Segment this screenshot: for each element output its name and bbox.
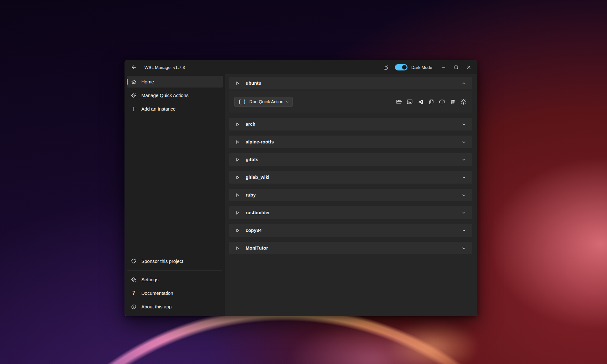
titlebar-right: Dark Mode — [383, 63, 475, 72]
start-instance-button[interactable] — [234, 138, 241, 146]
gear-icon — [131, 92, 137, 99]
sidebar-item-label: About this app — [141, 304, 172, 309]
terminal-icon[interactable] — [406, 98, 413, 105]
chevron-down-icon — [462, 211, 466, 215]
chevron-down-icon — [462, 122, 466, 126]
instance-name: MoniTutor — [246, 246, 268, 251]
sidebar-item-home[interactable]: Home — [127, 76, 223, 88]
instance-expanded-panel: { } Run Quick Action — [229, 91, 472, 113]
collapse-button[interactable] — [460, 80, 467, 87]
start-instance-button[interactable] — [234, 191, 241, 199]
heart-icon — [131, 258, 137, 264]
chevron-down-icon — [285, 100, 289, 104]
dark-mode-label: Dark Mode — [411, 65, 432, 70]
start-instance-button[interactable] — [234, 79, 241, 87]
instance-row-rustbuilder[interactable]: rustbuilder — [229, 206, 472, 219]
start-instance-button[interactable] — [234, 173, 241, 181]
sidebar-item-label: Home — [141, 79, 154, 84]
close-button[interactable] — [463, 63, 475, 72]
start-instance-button[interactable] — [234, 244, 241, 252]
sidebar-item-documentation[interactable]: ? Documentation — [127, 287, 223, 299]
sidebar-item-settings[interactable]: Settings — [127, 274, 223, 285]
instance-row-ruby[interactable]: ruby — [229, 189, 472, 201]
play-icon — [235, 228, 240, 233]
play-icon — [235, 175, 240, 180]
minimize-icon — [442, 65, 445, 69]
instance-name: gitbfs — [246, 157, 258, 162]
run-quick-action-label: Run Quick Action — [249, 99, 283, 104]
instance-actions — [395, 98, 467, 105]
dark-mode-toggle[interactable] — [395, 64, 408, 70]
sidebar-item-label: Add an Instance — [141, 106, 175, 112]
start-instance-button[interactable] — [234, 156, 241, 163]
braces-icon: { } — [238, 99, 247, 105]
sidebar-item-label: Manage Quick Actions — [141, 93, 188, 98]
maximize-button[interactable] — [450, 63, 463, 72]
play-icon — [235, 122, 240, 127]
start-instance-button[interactable] — [234, 209, 241, 216]
chevron-down-icon — [462, 158, 466, 162]
selected-indicator — [127, 79, 128, 85]
window-title: WSL Manager v1.7.3 — [144, 65, 185, 70]
vscode-icon[interactable] — [417, 98, 424, 105]
instance-row-copy34[interactable]: copy34 — [229, 224, 472, 237]
chevron-down-icon — [462, 246, 466, 250]
sidebar-item-label: Settings — [141, 277, 158, 282]
start-instance-button[interactable] — [234, 227, 241, 234]
play-icon — [235, 157, 240, 162]
sidebar-item-add-instance[interactable]: Add an Instance — [127, 103, 223, 115]
sidebar-spacer — [126, 116, 224, 254]
play-icon — [235, 246, 240, 251]
instance-name: copy34 — [246, 228, 262, 233]
maximize-icon — [454, 65, 458, 69]
instance-row-arch[interactable]: arch — [229, 118, 472, 130]
chevron-down-icon — [462, 228, 466, 233]
sidebar-item-sponsor[interactable]: Sponsor this project — [127, 255, 223, 267]
info-icon — [131, 304, 137, 310]
play-icon — [235, 193, 240, 197]
expand-button[interactable] — [460, 191, 467, 198]
sidebar: Home Manage Quick Actions Add an Instanc… — [125, 74, 225, 316]
expand-button[interactable] — [460, 245, 467, 252]
chevron-down-icon — [462, 193, 466, 197]
titlebar: WSL Manager v1.7.3 Dark Mode — [125, 60, 477, 74]
start-instance-button[interactable] — [234, 120, 241, 128]
plus-icon — [131, 106, 137, 112]
open-folder-icon[interactable] — [395, 98, 402, 105]
instance-row-ubuntu[interactable]: ubuntu — [229, 77, 472, 89]
instance-row-alpine-rootfs[interactable]: alpine-rootfs — [229, 136, 472, 148]
instance-name: ubuntu — [246, 81, 261, 86]
instance-name: rustbuilder — [246, 210, 270, 215]
expand-button[interactable] — [460, 209, 467, 216]
app-window: WSL Manager v1.7.3 Dark Mode — [125, 60, 477, 316]
chevron-down-icon — [462, 175, 466, 179]
home-icon — [131, 79, 137, 85]
minimize-button[interactable] — [437, 63, 450, 72]
expand-button[interactable] — [460, 156, 467, 163]
expand-button[interactable] — [460, 138, 467, 145]
back-button[interactable] — [129, 63, 139, 72]
instance-name: ruby — [246, 192, 256, 197]
run-quick-action-button[interactable]: { } Run Quick Action — [234, 97, 293, 107]
sidebar-item-manage-quick-actions[interactable]: Manage Quick Actions — [127, 89, 223, 101]
wallpaper-glow — [373, 316, 506, 364]
question-icon: ? — [131, 290, 137, 296]
instance-settings-icon[interactable] — [460, 98, 467, 105]
duplicate-icon[interactable] — [428, 98, 435, 105]
instance-name: gitlab_wiki — [246, 175, 269, 180]
instance-row-gitlab-wiki[interactable]: gitlab_wiki — [229, 171, 472, 184]
sidebar-item-about[interactable]: About this app — [127, 301, 223, 312]
instance-row-gitbfs[interactable]: gitbfs — [229, 153, 472, 166]
instance-row-monitutor[interactable]: MoniTutor — [229, 242, 472, 254]
bug-icon[interactable] — [383, 64, 390, 71]
expand-button[interactable] — [460, 174, 467, 181]
rename-icon[interactable] — [438, 98, 445, 105]
sidebar-item-label: Sponsor this project — [141, 258, 183, 264]
close-icon — [467, 65, 471, 69]
expand-button[interactable] — [460, 227, 467, 234]
delete-icon[interactable] — [449, 98, 456, 105]
play-icon — [235, 81, 240, 86]
sidebar-item-label: Documentation — [141, 290, 173, 296]
expand-button[interactable] — [460, 121, 467, 128]
gear-icon — [131, 276, 137, 283]
